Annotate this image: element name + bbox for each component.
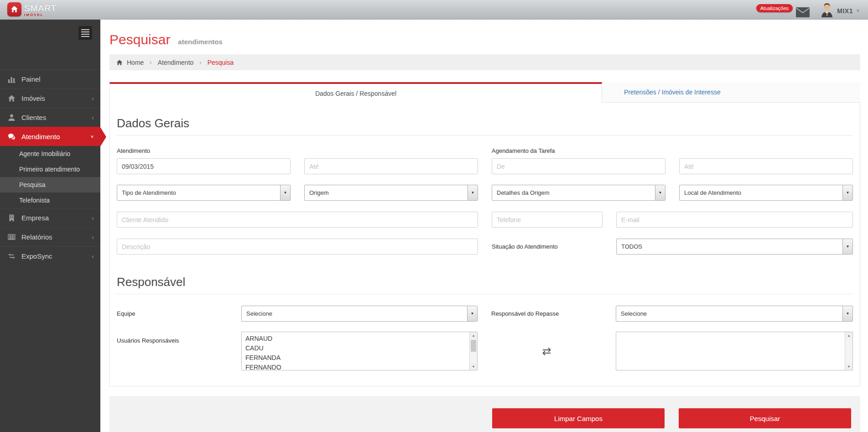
agendamento-ate-input[interactable] [679,158,853,174]
usuarios-selecionados-listbox[interactable]: ▲ ▼ [616,332,853,370]
sidebar: Painel Imóveis ‹ Clientes ‹ [0,20,100,432]
avatar [820,2,834,19]
tipo-atendimento-select[interactable]: Tipo de Atendimento ▼ [117,185,291,201]
page-title-sub: atendimentos [178,38,223,46]
sidebar-nav: Painel Imóveis ‹ Clientes ‹ [0,69,100,265]
sidebar-collapse-button[interactable] [78,26,92,40]
sidebar-item-clientes[interactable]: Clientes ‹ [0,108,100,127]
chevron-left-icon: ‹ [92,214,94,222]
chat-bubbles-icon [8,133,16,141]
equipe-select[interactable]: Selecione ▼ [241,306,478,322]
situacao-select[interactable]: TODOS ▼ [616,239,853,255]
app-logo: SMART IMÓVEL [7,2,57,17]
sidebar-subitem-agente-imobiliario[interactable]: Agente Imobiliário [0,146,100,161]
detalhes-origem-select[interactable]: Detalhes da Origem ▼ [492,185,665,201]
sidebar-item-atendimento[interactable]: Atendimento ∨ [0,127,100,146]
form-actions-bar: Limpar Campos Pesquisar [109,396,860,432]
sidebar-item-painel[interactable]: Painel [0,69,100,88]
scroll-down-icon[interactable]: ▼ [470,363,477,370]
chevron-down-icon: ∨ [856,8,860,13]
logo-brand-text: SMART [24,4,57,13]
descricao-input[interactable] [117,239,478,255]
dropdown-arrow-icon: ▼ [467,306,477,321]
transfer-arrows-icon: ⇄ [542,345,551,358]
breadcrumb-atendimento[interactable]: Atendimento [158,59,194,66]
sidebar-item-label: Atendimento [21,133,90,141]
atendimento-ate-input[interactable] [304,158,478,174]
user-menu[interactable]: MIX1 ∨ [820,2,860,19]
dropdown-arrow-icon: ▼ [655,185,665,200]
page-title: Pesquisar atendimentos [109,31,860,48]
breadcrumb-current: Pesquisa [208,59,234,66]
topbar: SMART IMÓVEL Atualizações MIX1 ∨ [0,0,868,20]
updates-badge[interactable]: Atualizações [756,4,793,12]
user-name: MIX1 [837,7,853,15]
scroll-up-icon[interactable]: ▲ [845,332,852,339]
limpar-campos-button[interactable]: Limpar Campos [492,408,665,428]
sidebar-item-label: Clientes [21,114,92,121]
breadcrumb-separator: › [199,59,201,66]
section-heading-responsavel: Responsável [117,275,853,294]
sidebar-item-label: Imóveis [21,94,92,102]
table-icon [8,233,16,241]
sidebar-item-imoveis[interactable]: Imóveis ‹ [0,88,100,108]
listbox-option[interactable]: CADU [245,344,469,353]
origem-select[interactable]: Origem ▼ [304,185,478,201]
chevron-left-icon: ‹ [92,233,94,241]
email-input[interactable] [616,212,853,228]
tab-bar: Dados Gerais / Responsável Pretensões / … [109,82,860,103]
tab-pretensoes[interactable]: Pretensões / Imóveis de Interesse [602,82,860,103]
sidebar-item-label: Relatórios [21,233,92,241]
sidebar-item-exposync[interactable]: ExpoSync ‹ [0,246,100,265]
cliente-atendido-input[interactable] [117,212,478,228]
sidebar-item-label: ExpoSync [21,252,92,260]
scrollbar[interactable]: ▲ ▼ [469,332,477,370]
atendimento-label: Atendimento [117,147,291,154]
breadcrumb: Home › Atendimento › Pesquisa [109,54,860,70]
scrollbar[interactable]: ▲ ▼ [845,332,852,370]
telefone-input[interactable] [492,212,603,228]
scroll-up-icon[interactable]: ▲ [470,332,477,339]
bar-chart-icon [8,75,16,83]
scroll-down-icon[interactable]: ▼ [845,363,852,370]
sidebar-submenu-atendimento: Agente Imobiliário Primeiro atendimento … [0,146,100,208]
dropdown-arrow-icon: ▼ [280,185,290,200]
usuarios-responsaveis-label: Usuários Responsáveis [117,332,228,370]
breadcrumb-home[interactable]: Home [127,59,144,66]
dropdown-arrow-icon: ▼ [842,239,852,254]
page-title-main: Pesquisar [109,32,170,47]
agendamento-de-input[interactable] [492,158,665,174]
equipe-label: Equipe [117,310,228,317]
search-form-panel: Dados Gerais Atendimento Agendamento da … [109,103,860,386]
sidebar-subitem-telefonista[interactable]: Telefonista [0,193,100,208]
local-atendimento-select[interactable]: Local de Atendimento ▼ [679,185,853,201]
pesquisar-button[interactable]: Pesquisar [679,408,851,428]
dropdown-arrow-icon: ▼ [842,185,852,200]
home-icon [116,59,123,66]
main-content: Pesquisar atendimentos Home › Atendiment… [109,20,860,432]
listbox-option[interactable]: FERNANDA [245,353,469,363]
chevron-down-icon: ∨ [90,134,94,139]
sidebar-item-label: Painel [21,75,94,83]
atendimento-de-input[interactable] [117,158,291,174]
user-icon [8,114,16,121]
mail-icon[interactable] [796,7,810,19]
listbox-option[interactable]: ARNAUD [245,334,469,344]
tab-dados-gerais[interactable]: Dados Gerais / Responsável [109,82,602,103]
home-icon [8,94,16,102]
section-heading-dados-gerais: Dados Gerais [117,103,853,135]
chevron-left-icon: ‹ [92,252,94,260]
sidebar-item-label: Empresa [21,214,92,222]
sidebar-item-empresa[interactable]: Empresa ‹ [0,208,100,227]
repasse-select[interactable]: Selecione ▼ [616,306,853,322]
sidebar-item-relatorios[interactable]: Relatórios ‹ [0,227,100,246]
chevron-left-icon: ‹ [92,114,94,121]
breadcrumb-separator: › [150,59,151,66]
sidebar-subitem-primeiro-atendimento[interactable]: Primeiro atendimento [0,161,100,177]
scrollbar-thumb[interactable] [471,340,476,352]
listbox-option[interactable]: FERNANDO [245,363,469,370]
repasse-label: Responsável do Repasse [491,310,602,317]
usuarios-responsaveis-listbox[interactable]: ARNAUD CADU FERNANDA FERNANDO FREDERICO … [241,332,478,370]
sidebar-subitem-pesquisa[interactable]: Pesquisa [0,177,100,193]
logo-sub-text: IMÓVEL [24,13,57,17]
